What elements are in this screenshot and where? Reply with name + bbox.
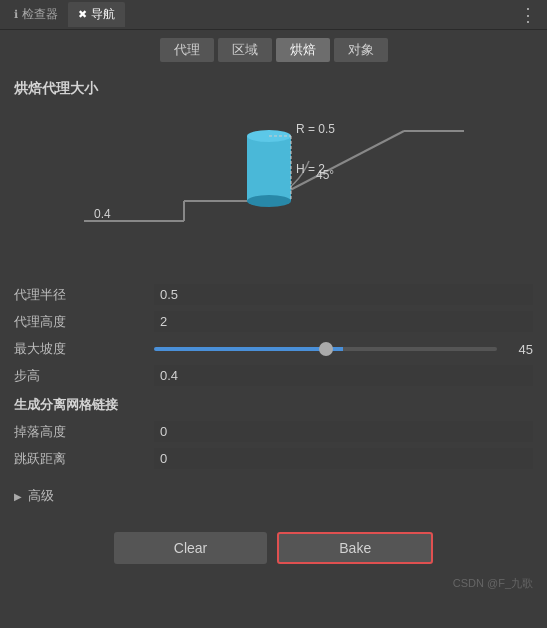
- drop-height-input[interactable]: [154, 421, 533, 442]
- max-slope-label: 最大坡度: [14, 336, 154, 362]
- agent-height-label: 代理高度: [14, 309, 154, 335]
- tab-inspector[interactable]: ℹ 检查器: [4, 2, 68, 27]
- jump-distance-value: [154, 446, 533, 472]
- sub-tab-agent[interactable]: 代理: [160, 38, 214, 62]
- agent-height-value: [154, 309, 533, 335]
- agent-diagram: R = 0.5 H = 2 45° 0.4: [14, 108, 533, 268]
- advanced-label: 高级: [28, 487, 54, 505]
- svg-text:R = 0.5: R = 0.5: [296, 122, 335, 136]
- navigation-icon: ✖: [78, 8, 87, 21]
- clear-button[interactable]: Clear: [114, 532, 267, 564]
- svg-point-7: [247, 195, 291, 207]
- drop-height-value: [154, 419, 533, 445]
- more-menu-icon[interactable]: ⋮: [513, 4, 543, 26]
- step-height-label: 步高: [14, 363, 154, 389]
- properties-grid: 代理半径 代理高度 最大坡度 45 步高 生成分离网格链接 掉落高度 跳跃距离: [14, 282, 533, 472]
- agent-height-input[interactable]: [154, 311, 533, 332]
- agent-radius-label: 代理半径: [14, 282, 154, 308]
- sub-tab-region[interactable]: 区域: [218, 38, 272, 62]
- advanced-section[interactable]: ▶ 高级: [14, 482, 533, 510]
- agent-radius-input[interactable]: [154, 284, 533, 305]
- step-height-value: [154, 363, 533, 389]
- top-tabs-bar: ℹ 检查器 ✖ 导航 ⋮: [0, 0, 547, 30]
- sub-tabs-bar: 代理 区域 烘焙 对象: [0, 30, 547, 70]
- agent-radius-value: [154, 282, 533, 308]
- tab-inspector-label: 检查器: [22, 6, 58, 23]
- bottom-bar: Clear Bake: [0, 522, 547, 574]
- diagram-svg: R = 0.5 H = 2 45° 0.4: [84, 111, 464, 266]
- section2-title: 生成分离网格链接: [14, 390, 533, 418]
- tab-navigation-label: 导航: [91, 6, 115, 23]
- drop-height-label: 掉落高度: [14, 419, 154, 445]
- bake-button[interactable]: Bake: [277, 532, 433, 564]
- svg-text:45°: 45°: [316, 168, 334, 182]
- chevron-right-icon: ▶: [14, 491, 22, 502]
- max-slope-value: 45: [154, 336, 533, 362]
- sub-tab-bake[interactable]: 烘焙: [276, 38, 330, 62]
- sub-tab-object[interactable]: 对象: [334, 38, 388, 62]
- section-title: 烘焙代理大小: [14, 80, 533, 98]
- main-content: 烘焙代理大小 R = 0.5: [0, 70, 547, 510]
- jump-distance-input[interactable]: [154, 448, 533, 469]
- tab-navigation[interactable]: ✖ 导航: [68, 2, 125, 27]
- watermark: CSDN @F_九歌: [0, 574, 547, 591]
- svg-text:0.4: 0.4: [94, 207, 111, 221]
- max-slope-number: 45: [503, 342, 533, 357]
- svg-rect-5: [247, 136, 291, 201]
- max-slope-slider[interactable]: [154, 347, 497, 351]
- inspector-icon: ℹ: [14, 8, 18, 21]
- step-height-input[interactable]: [154, 365, 533, 386]
- jump-distance-label: 跳跃距离: [14, 446, 154, 472]
